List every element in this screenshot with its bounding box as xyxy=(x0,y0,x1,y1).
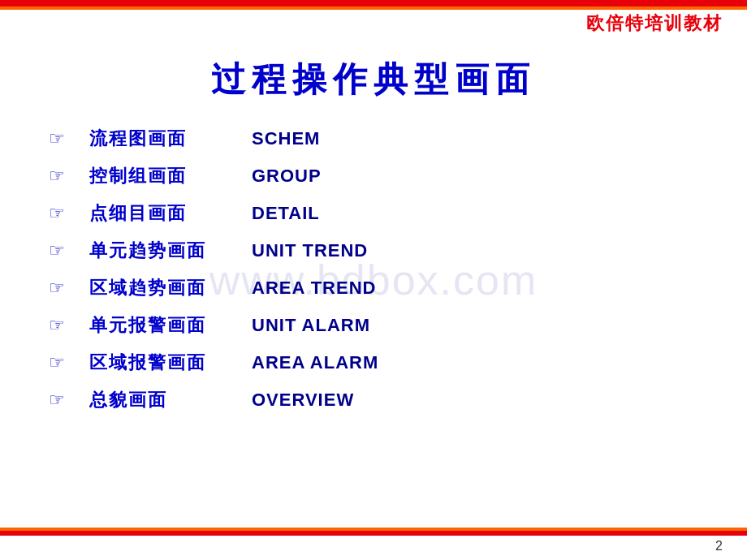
menu-finger-icon: ☞ xyxy=(49,315,73,336)
menu-finger-icon: ☞ xyxy=(49,128,73,149)
bottom-red-bar xyxy=(0,531,747,536)
menu-chinese-label: 区域趋势画面 xyxy=(89,276,235,300)
menu-finger-icon: ☞ xyxy=(49,352,73,373)
menu-item: ☞单元报警画面UNIT ALARM xyxy=(49,313,698,338)
page-number: 2 xyxy=(715,539,723,554)
menu-finger-icon: ☞ xyxy=(49,166,73,187)
menu-item: ☞总貌画面OVERVIEW xyxy=(49,388,698,412)
menu-finger-icon: ☞ xyxy=(49,203,73,224)
menu-item: ☞区域趋势画面AREA TREND xyxy=(49,276,698,300)
menu-chinese-label: 单元报警画面 xyxy=(89,313,235,338)
menu-finger-icon: ☞ xyxy=(49,278,73,299)
menu-english-label: SCHEM xyxy=(252,128,320,149)
menu-finger-icon: ☞ xyxy=(49,240,73,261)
menu-english-label: OVERVIEW xyxy=(252,390,354,411)
menu-chinese-label: 区域报警画面 xyxy=(89,351,235,375)
menu-list: ☞流程图画面SCHEM☞控制组画面GROUP☞点细目画面DETAIL☞单元趋势画… xyxy=(0,127,747,412)
menu-chinese-label: 控制组画面 xyxy=(89,164,235,188)
header-brand: 欧倍特培训教材 xyxy=(586,11,723,36)
menu-item: ☞流程图画面SCHEM xyxy=(49,127,698,151)
main-content: 过程操作典型画面 ☞流程图画面SCHEM☞控制组画面GROUP☞点细目画面DET… xyxy=(0,41,747,511)
menu-chinese-label: 总貌画面 xyxy=(89,388,235,412)
menu-english-label: AREA TREND xyxy=(252,278,376,299)
menu-item: ☞单元趋势画面UNIT TREND xyxy=(49,239,698,263)
page-title: 过程操作典型画面 xyxy=(0,57,747,102)
menu-english-label: UNIT TREND xyxy=(252,240,368,261)
menu-chinese-label: 流程图画面 xyxy=(89,127,235,151)
top-red-bar xyxy=(0,0,747,6)
menu-item: ☞控制组画面GROUP xyxy=(49,164,698,188)
menu-english-label: UNIT ALARM xyxy=(252,315,370,336)
menu-chinese-label: 单元趋势画面 xyxy=(89,239,235,263)
menu-english-label: DETAIL xyxy=(252,203,320,224)
menu-english-label: GROUP xyxy=(252,166,322,187)
menu-english-label: AREA ALARM xyxy=(252,352,378,373)
menu-finger-icon: ☞ xyxy=(49,390,73,411)
top-orange-line xyxy=(0,6,747,10)
menu-chinese-label: 点细目画面 xyxy=(89,201,235,226)
menu-item: ☞点细目画面DETAIL xyxy=(49,201,698,226)
menu-item: ☞区域报警画面AREA ALARM xyxy=(49,351,698,375)
